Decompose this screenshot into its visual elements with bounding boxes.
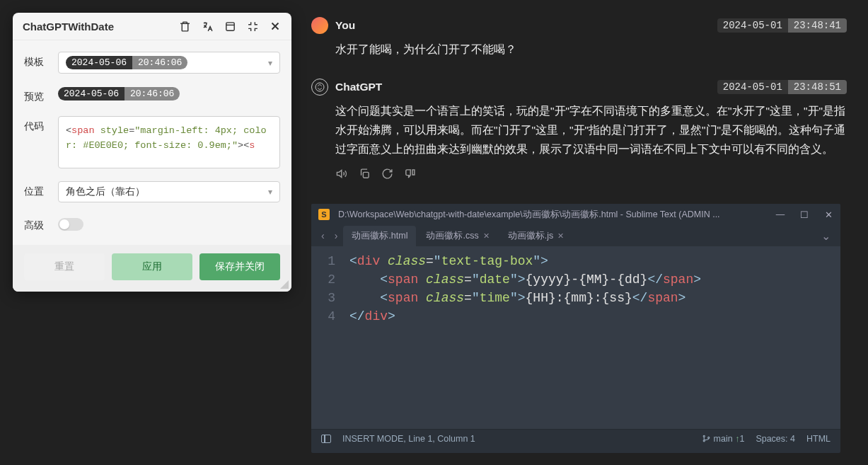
status-mode: INSERT MODE, Line 1, Column 1	[342, 434, 475, 444]
editor-tab[interactable]: 动画徽标.css✕	[417, 226, 497, 246]
timestamp-badge: 2024-05-0123:48:41	[717, 18, 847, 33]
settings-panel: ChatGPTWithDate 模板 2024-05-0620:46:06 ▾ …	[13, 13, 291, 292]
svg-rect-0	[226, 22, 233, 30]
window-icon[interactable]	[224, 20, 236, 33]
close-icon[interactable]: ✕	[823, 209, 833, 220]
avatar	[311, 79, 328, 96]
svg-point-3	[703, 435, 705, 437]
panel-title: ChatGPTWithDate	[23, 21, 178, 33]
apply-button[interactable]: 应用	[112, 253, 192, 280]
svg-point-1	[316, 83, 324, 91]
panel-toolbar	[178, 20, 282, 33]
editor-statusbar: INSERT MODE, Line 1, Column 1 main ↑1 Sp…	[311, 429, 840, 447]
message-body: 水开了能喝，为什么门开了不能喝？	[335, 40, 847, 59]
svg-point-5	[708, 437, 710, 438]
status-lang[interactable]: HTML	[806, 434, 831, 444]
preview-badge: 2024-05-0620:46:06	[58, 87, 180, 101]
editor-window: S D:\Workspace\Web\chatgpt-with-date\exa…	[311, 204, 840, 453]
template-label: 模板	[24, 52, 58, 69]
editor-lines: <div class="text-tag-box"> <span class="…	[342, 246, 840, 429]
panel-body: 模板 2024-05-0620:46:06 ▾ 预览 2024-05-0620:…	[13, 40, 291, 245]
git-branch[interactable]: main ↑1	[702, 434, 744, 444]
author-label: ChatGPT	[335, 81, 382, 93]
status-spaces[interactable]: Spaces: 4	[756, 434, 795, 444]
sublime-logo-icon: S	[318, 209, 330, 220]
translate-icon[interactable]	[201, 20, 214, 33]
chevron-down-icon: ▾	[268, 187, 272, 197]
regenerate-icon[interactable]	[381, 168, 393, 180]
copy-icon[interactable]	[358, 168, 371, 180]
speaker-icon[interactable]	[335, 168, 348, 180]
close-icon[interactable]	[269, 20, 282, 33]
template-select[interactable]: 2024-05-0620:46:06 ▾	[58, 52, 280, 74]
editor-title: D:\Workspace\Web\chatgpt-with-date\examp…	[338, 209, 768, 221]
chat-message: You 2024-05-0123:48:41 水开了能喝，为什么门开了不能喝？	[311, 17, 847, 59]
code-textarea[interactable]: <span style="margin-left: 4px; color: #E…	[58, 116, 280, 168]
panel-footer: 重置 应用 保存并关闭	[13, 245, 291, 292]
trash-icon[interactable]	[178, 20, 191, 33]
panel-header: ChatGPTWithDate	[13, 13, 291, 40]
editor-gutter: 1234	[311, 246, 342, 429]
message-body: 这个问题其实是一个语言上的笑话，玩的是"开"字在不同语境下的多重意义。在"水开了…	[335, 101, 847, 159]
timestamp-badge: 2024-05-0123:48:51	[717, 80, 847, 94]
code-label: 代码	[24, 116, 58, 133]
position-select[interactable]: 角色之后（靠右） ▾	[58, 181, 280, 202]
preview-label: 预览	[24, 86, 58, 103]
reset-button[interactable]: 重置	[24, 253, 105, 280]
save-button[interactable]: 保存并关闭	[199, 253, 280, 280]
editor-tab[interactable]: 动画徽标.html	[343, 226, 416, 246]
template-badge-time: 20:46:06	[132, 56, 187, 69]
advanced-toggle[interactable]	[58, 218, 83, 231]
advanced-label: 高级	[24, 215, 58, 232]
maximize-icon[interactable]: ☐	[799, 209, 809, 220]
editor-tabs: ‹ › 动画徽标.html 动画徽标.css✕ 动画徽标.js✕ ⌄	[311, 225, 840, 246]
minimize-icon[interactable]: ―	[775, 209, 785, 220]
chat-thread: You 2024-05-0123:48:41 水开了能喝，为什么门开了不能喝？ …	[311, 17, 847, 200]
template-badge-date: 2024-05-06	[66, 56, 132, 69]
chat-message: ChatGPT 2024-05-0123:48:51 这个问题其实是一个语言上的…	[311, 79, 847, 180]
editor-code[interactable]: 1234 <div class="text-tag-box"> <span cl…	[311, 246, 840, 429]
thumbs-down-icon[interactable]	[403, 168, 416, 180]
resize-grip[interactable]	[280, 280, 289, 289]
chevron-down-icon[interactable]: ⌄	[817, 229, 835, 243]
position-label: 位置	[24, 181, 58, 198]
tab-close-icon[interactable]: ✕	[557, 231, 564, 241]
svg-rect-2	[363, 172, 369, 178]
editor-titlebar[interactable]: S D:\Workspace\Web\chatgpt-with-date\exa…	[311, 204, 840, 225]
panel-toggle-icon[interactable]	[321, 435, 331, 443]
message-actions	[335, 168, 847, 180]
collapse-icon[interactable]	[246, 20, 259, 33]
editor-tab[interactable]: 动画徽标.js✕	[499, 226, 573, 246]
chevron-down-icon: ▾	[268, 58, 272, 68]
avatar	[311, 17, 328, 34]
author-label: You	[335, 19, 355, 32]
nav-back-icon[interactable]: ‹	[317, 230, 329, 241]
nav-forward-icon[interactable]: ›	[330, 230, 342, 241]
tab-close-icon[interactable]: ✕	[483, 231, 490, 241]
